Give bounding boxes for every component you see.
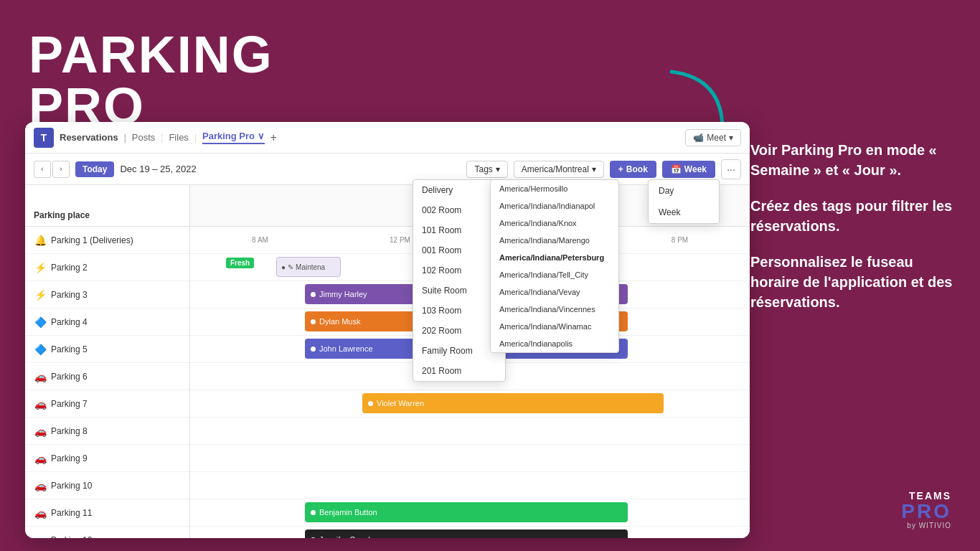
- place-icon: 🔷: [34, 344, 47, 355]
- calendar-toolbar: ‹ › Today Dec 19 – 25, 2022 Tags ▾ Ameri…: [25, 154, 750, 185]
- right-text-paragraph: Voir Parking Pro en mode « Semaine » et …: [750, 140, 958, 180]
- timezone-dropdown[interactable]: America/Montreal ▾: [514, 161, 604, 178]
- place-icon: 🚗: [34, 480, 47, 491]
- place-name: Parking 7: [51, 399, 88, 409]
- place-row: 🔔Parking 1 (Deliveries): [25, 227, 189, 254]
- event-bar: Jennifer Conel: [305, 529, 628, 538]
- place-row: ⚡Parking 2: [25, 254, 189, 281]
- place-row: 🔷Parking 5: [25, 336, 189, 363]
- time-8pm: 8 PM: [610, 236, 750, 244]
- timezone-popup: America/HermosilloAmerica/Indiana/Indian…: [490, 179, 619, 353]
- tz-popup-item[interactable]: America/Indiana/Winamac: [491, 318, 618, 335]
- place-name: Parking 5: [51, 344, 88, 354]
- nav-posts[interactable]: Posts: [132, 132, 156, 143]
- toolbar-right: Tags ▾ America/Montreal ▾ + Book 📅 Week …: [466, 159, 741, 179]
- tz-popup-item[interactable]: America/Indiana/Indianapol: [491, 197, 618, 215]
- event-bar: Violet Warren: [362, 393, 664, 413]
- parking-place-label: Parking place: [34, 210, 90, 220]
- maintena-bar: ●✎Maintena: [276, 257, 341, 277]
- teams-header: T Reservations | Posts | Files | Parking…: [25, 122, 750, 154]
- place-name: Parking 11: [51, 508, 92, 518]
- place-icon: 🚗: [34, 371, 47, 382]
- event-label: John Lawrence: [319, 344, 373, 353]
- grid-row: Jennifer Conel: [190, 527, 750, 538]
- tags-chevron-icon: ▾: [496, 164, 500, 174]
- tz-popup-item[interactable]: America/Hermosillo: [491, 180, 618, 197]
- place-name: Parking 3: [51, 290, 88, 300]
- logo-line3: by WITIVIO: [901, 522, 951, 529]
- place-name: Parking 9: [51, 453, 88, 463]
- place-row: 🚗Parking 8: [25, 418, 189, 445]
- more-button[interactable]: ···: [721, 159, 741, 179]
- place-icon: ⚡: [34, 262, 47, 273]
- week-button[interactable]: 📅 Week: [662, 161, 715, 178]
- event-dot: [311, 347, 316, 352]
- time-8am: 8 AM: [190, 236, 330, 244]
- teams-pro-logo: TEAMS PRO by WITIVIO: [901, 490, 951, 529]
- place-name: Parking 10: [51, 481, 92, 491]
- grid-row: [190, 445, 750, 472]
- tags-dropdown[interactable]: Tags ▾: [466, 161, 507, 178]
- tz-popup-item[interactable]: America/Indianapolis: [491, 335, 618, 352]
- place-icon: 🚗: [34, 507, 47, 519]
- event-label: Jennifer Conel: [319, 535, 370, 538]
- tz-popup-item[interactable]: America/Indiana/Tell_City: [491, 266, 618, 283]
- logo-line2: PRO: [901, 501, 951, 522]
- place-icon: 🚗: [34, 398, 47, 410]
- grid-row: Benjamin Button: [190, 499, 750, 527]
- book-button[interactable]: + Book: [610, 161, 656, 178]
- place-row: 🚗Parking 12: [25, 527, 189, 538]
- event-label: Violet Warren: [377, 399, 424, 408]
- place-row: 🚗Parking 7: [25, 390, 189, 418]
- place-name: Parking 6: [51, 372, 88, 382]
- nav-files[interactable]: Files: [169, 132, 188, 143]
- calendar-body: Parking place 🔔Parking 1 (Deliveries)⚡Pa…: [25, 185, 750, 538]
- event-dot: [311, 537, 316, 539]
- place-row: 🔷Parking 4: [25, 309, 189, 336]
- grid-row: Violet Warren: [190, 390, 750, 418]
- grid-row: [190, 418, 750, 445]
- nav-arrows: ‹ ›: [34, 161, 70, 178]
- place-icon: ⚡: [34, 289, 47, 301]
- week-popup-item[interactable]: Day: [649, 180, 719, 202]
- place-row: 🚗Parking 9: [25, 445, 189, 472]
- event-bar: Benjamin Button: [305, 502, 628, 522]
- next-arrow[interactable]: ›: [52, 161, 70, 178]
- place-name: Parking 2: [51, 263, 88, 273]
- place-name: Parking 12: [51, 535, 92, 539]
- tz-popup-item[interactable]: America/Indiana/Knox: [491, 215, 618, 232]
- place-row: 🚗Parking 11: [25, 499, 189, 527]
- event-label: Benjamin Button: [319, 508, 377, 517]
- teams-logo: T: [34, 128, 54, 148]
- meet-button[interactable]: 📹 Meet ▾: [685, 129, 741, 146]
- event-dot: [311, 292, 316, 297]
- week-popup: DayWeek: [648, 179, 720, 224]
- nav-parking-pro[interactable]: Parking Pro ∨: [202, 131, 265, 144]
- tz-popup-item[interactable]: America/Indiana/Vevay: [491, 283, 618, 301]
- calendar-icon: 📅: [671, 164, 682, 174]
- tz-popup-item[interactable]: America/Indiana/Petersburg: [491, 249, 618, 266]
- event-label: Dylan Musk: [319, 317, 360, 326]
- tz-popup-item[interactable]: America/Indiana/Marengo: [491, 232, 618, 249]
- tags-popup-item[interactable]: 201 Room: [413, 361, 505, 381]
- prev-arrow[interactable]: ‹: [34, 161, 51, 178]
- right-text-section: Voir Parking Pro en mode « Semaine » et …: [750, 140, 958, 328]
- event-dot: [311, 319, 316, 324]
- nav-reservations[interactable]: Reservations: [60, 132, 118, 143]
- place-icon: 🔔: [34, 235, 47, 246]
- places-header: Parking place: [25, 185, 189, 227]
- place-name: Parking 8: [51, 426, 88, 436]
- video-icon: 📹: [693, 133, 704, 143]
- chevron-down-icon: ▾: [729, 133, 733, 143]
- week-popup-item[interactable]: Week: [649, 202, 719, 223]
- tz-popup-item[interactable]: America/Indiana/Vincennes: [491, 301, 618, 318]
- app-screenshot: T Reservations | Posts | Files | Parking…: [25, 122, 750, 538]
- right-text-paragraph: Créez des tags pour filtrer les réservat…: [750, 196, 958, 236]
- add-tab-icon[interactable]: +: [270, 131, 277, 144]
- event-dot: [311, 510, 316, 515]
- date-range: Dec 19 – 25, 2022: [120, 164, 196, 174]
- grid-row: [190, 472, 750, 499]
- place-row: 🚗Parking 10: [25, 472, 189, 499]
- today-button[interactable]: Today: [75, 161, 114, 177]
- place-row: ⚡Parking 3: [25, 281, 189, 309]
